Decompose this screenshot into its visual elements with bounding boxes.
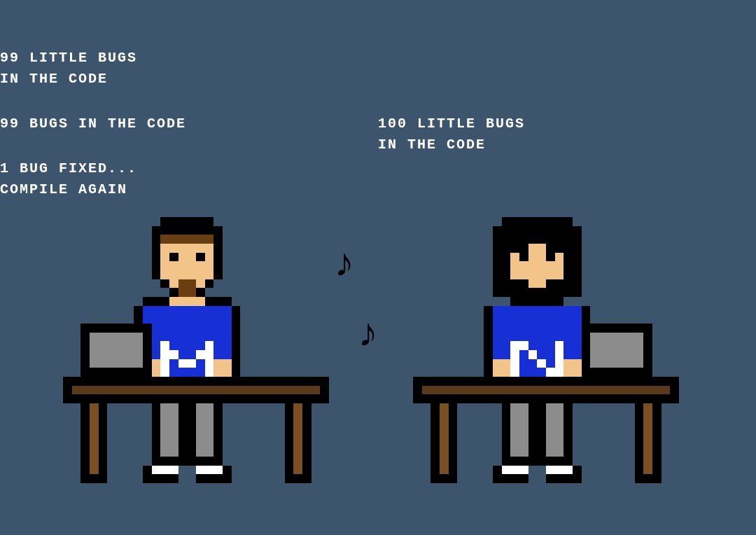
svg-rect-6	[152, 261, 161, 279]
svg-rect-4	[160, 235, 214, 244]
svg-rect-15	[196, 288, 205, 297]
svg-rect-48	[502, 217, 573, 226]
svg-rect-17	[205, 279, 214, 289]
svg-rect-53	[519, 253, 528, 262]
svg-rect-8	[160, 261, 169, 279]
music-note-icon: ♪	[358, 310, 378, 355]
svg-rect-59	[528, 279, 546, 289]
svg-rect-25	[160, 341, 169, 377]
svg-rect-11	[196, 253, 205, 262]
svg-rect-29	[178, 359, 196, 368]
svg-rect-43	[196, 403, 214, 457]
svg-rect-1	[152, 226, 223, 235]
svg-rect-80	[643, 403, 652, 474]
svg-rect-78	[440, 403, 449, 474]
svg-rect-82	[510, 403, 528, 457]
svg-rect-61	[484, 306, 493, 377]
svg-rect-69	[546, 368, 555, 377]
svg-rect-51	[564, 244, 581, 297]
svg-rect-16	[160, 279, 169, 289]
svg-rect-66	[519, 341, 528, 350]
svg-rect-28	[196, 350, 205, 359]
svg-rect-70	[493, 359, 510, 377]
svg-rect-38	[90, 403, 99, 474]
caption-left-2: 99 BUGS IN THE CODE	[0, 113, 378, 134]
svg-rect-65	[555, 341, 564, 377]
svg-rect-46	[152, 466, 178, 475]
svg-rect-71	[564, 359, 581, 377]
programmer-left-pixelart	[63, 217, 329, 501]
svg-rect-64	[510, 341, 519, 377]
svg-rect-2	[152, 235, 161, 261]
svg-rect-47	[196, 466, 223, 475]
svg-rect-9	[205, 261, 214, 279]
svg-rect-21	[232, 306, 241, 377]
svg-rect-24	[152, 306, 223, 315]
svg-rect-68	[537, 359, 546, 368]
music-note-icon: ♪	[335, 239, 354, 285]
svg-rect-33	[90, 333, 143, 368]
svg-rect-40	[293, 403, 302, 474]
svg-rect-83	[546, 403, 564, 457]
programmer-right-pixelart	[413, 217, 679, 501]
svg-rect-31	[214, 359, 231, 377]
svg-rect-0	[160, 217, 214, 226]
svg-rect-10	[169, 253, 178, 262]
svg-rect-3	[214, 235, 223, 261]
svg-rect-26	[205, 341, 214, 377]
svg-rect-23	[169, 297, 205, 306]
svg-rect-67	[528, 350, 538, 359]
svg-rect-87	[546, 466, 573, 475]
svg-rect-73	[590, 333, 643, 368]
svg-rect-27	[169, 350, 178, 359]
svg-rect-76	[422, 386, 671, 395]
caption-right-1: 100 LITTLE BUGS IN THE CODE	[378, 113, 756, 155]
svg-rect-7	[214, 261, 223, 279]
svg-rect-49	[493, 226, 582, 244]
svg-rect-86	[502, 466, 528, 475]
caption-left-1: 99 LITTLE BUGS IN THE CODE	[0, 48, 378, 90]
svg-rect-36	[72, 386, 321, 395]
svg-rect-14	[169, 288, 178, 297]
svg-rect-54	[546, 253, 555, 262]
svg-rect-12	[178, 279, 196, 289]
svg-rect-50	[493, 244, 510, 297]
svg-rect-56	[546, 244, 564, 253]
svg-rect-55	[510, 244, 528, 253]
svg-rect-42	[160, 403, 178, 457]
caption-left-3: 1 BUG FIXED... COMPILE AGAIN	[0, 158, 378, 200]
